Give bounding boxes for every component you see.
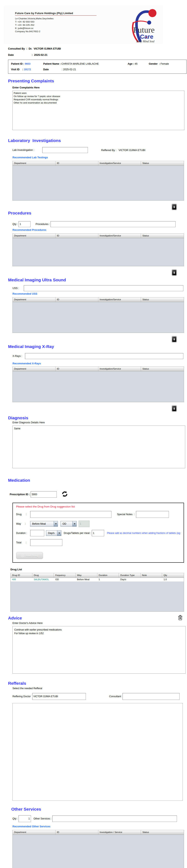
col-id: ID [55, 161, 98, 165]
total-row: Total : [16, 539, 184, 546]
referral-list-box[interactable] [12, 703, 183, 801]
recommended-lab-link: Recommended Lab Testings [12, 156, 187, 159]
consulted-by-value: Dr. VICTOR OJIMA ETUBI [29, 47, 61, 50]
other-services-body [13, 835, 184, 868]
uss-table-header: Department ID Investigation/Service Stat… [13, 298, 184, 302]
procedures-input[interactable] [50, 221, 176, 227]
xray-trash-row [0, 405, 187, 412]
meal-time-select[interactable]: Before Meal [30, 521, 58, 527]
drug-id-cell: 406 [11, 578, 32, 582]
col-duration: Duration [97, 573, 119, 578]
referring-doctor-input[interactable] [32, 693, 86, 700]
company-name: Future Care by Future Holdings (Pty) Lim… [15, 12, 97, 15]
uss-input[interactable] [24, 285, 183, 291]
advice-textarea[interactable]: Continue with earlier prescribed medicat… [12, 626, 186, 674]
patient-row-2: Visit ID : 19172 Date: 2025-02-21 [11, 68, 184, 71]
decimal-note: Please add as decimal numbers when addin… [107, 532, 181, 534]
col-service: Investigation / Service [98, 830, 141, 835]
xray-delete-button[interactable] [172, 405, 177, 412]
date-value: : 2025-02-21 [32, 53, 47, 56]
referrals-label: Select the needed Refferal [12, 687, 187, 690]
visit-date: Date: 2025-02-21 [43, 68, 76, 71]
uss-delete-button[interactable] [172, 336, 177, 343]
trash-outline-icon [178, 615, 183, 621]
frequency-value: OD [61, 521, 68, 526]
procedures-qty-input[interactable] [18, 221, 31, 227]
special-notes-input[interactable] [136, 511, 169, 518]
drug-row: Drug : Special Notes : [16, 511, 184, 518]
patient-row-1: Patient ID : 9603 Patient Name : CHRISTA… [11, 62, 184, 65]
date-row: Date : 2025-02-21 [8, 53, 187, 56]
other-qty-input[interactable] [18, 815, 31, 822]
lab-trash-row [0, 204, 187, 210]
other-services-input-row: Qty : Other Services : [12, 815, 187, 822]
drug-list-header: Drug ID Drug Fequency Way Duration Durat… [11, 573, 184, 578]
xray-table-header: Department ID Investigation/Service Stat… [13, 367, 184, 371]
xray-input[interactable] [25, 353, 183, 359]
logo-tagline: Body Mind Soul [136, 40, 154, 43]
other-qty-label: Qty : [12, 817, 18, 820]
prescription-id-input[interactable] [31, 491, 57, 498]
complaints-label: Enter Complaints Here [12, 86, 187, 89]
total-input[interactable] [30, 539, 62, 546]
company-info: Future Care by Future Holdings (Pty) Lim… [15, 12, 97, 33]
complaints-textarea[interactable]: Patient seen On follow up review for ? p… [12, 91, 184, 130]
duration-input[interactable] [30, 530, 44, 536]
consulted-by-row: Consulted By : Dr. VICTOR OJIMA ETUBI [8, 47, 187, 50]
col-status: Status [141, 830, 184, 835]
total-label: Total : [16, 541, 30, 544]
uss-label: USS : [12, 287, 24, 289]
section-title-lab: Laboratory Investigations [8, 138, 187, 143]
add-drug-button[interactable]: Add Drug [16, 552, 43, 559]
visit-id-value: 19172 [24, 68, 31, 71]
drug-list-row[interactable]: 406 SALBUTAMOL OD Before Meal 1 Day/s 1.… [11, 578, 184, 582]
trash-icon [173, 407, 176, 410]
duration-row: Duration : Day/s Drugs/Tablets per meal … [16, 530, 184, 536]
procedures-qty-label: Qty : [12, 223, 18, 225]
advice-label: Enter Doctor's Advice Here [12, 622, 187, 624]
prescription-refresh-button[interactable] [59, 488, 68, 501]
lab-delete-button[interactable] [172, 204, 177, 210]
section-title-referrals: Refferals [8, 681, 187, 686]
procedures-table: Department ID Investigation/Service Stat… [12, 234, 184, 266]
per-meal-input[interactable] [92, 530, 104, 536]
col-department: Department [13, 161, 55, 165]
col-service: Investigation/Service [98, 367, 141, 371]
trash-icon [173, 271, 176, 274]
section-title-other-services: Other Services [11, 807, 187, 812]
col-department: Department [13, 830, 55, 835]
col-id: ID [55, 298, 98, 302]
drug-qty-cell: 1.0 [162, 578, 184, 582]
consultant-input[interactable] [122, 693, 180, 700]
patient-info-box: Patient ID : 9603 Patient Name : CHRISTA… [8, 60, 187, 74]
diagnosis-textarea[interactable]: Same [12, 426, 185, 468]
prescription-id-label: Prescription ID : [10, 493, 31, 496]
procedures-delete-button[interactable] [172, 269, 177, 276]
advice-header-row: Advice [0, 615, 183, 621]
chevron-down-icon [57, 530, 61, 536]
uss-input-row: USS : [12, 285, 187, 291]
logo-heart-icon: ♥ [146, 36, 147, 39]
advice-delete-button[interactable] [178, 615, 183, 621]
procedures-trash-row [0, 269, 187, 276]
meal-time-value: Before Meal [30, 521, 47, 526]
col-qty: Qty [162, 573, 184, 578]
drug-input[interactable] [30, 511, 111, 518]
other-services-input[interactable] [52, 815, 177, 822]
patient-age-value: 45 [135, 62, 138, 65]
drug-note-cell [141, 578, 162, 582]
col-status: Status [141, 161, 184, 165]
duration-unit-value: Day/s [46, 530, 56, 536]
frequency-select[interactable]: OD [61, 521, 77, 527]
duration-label: Duration : [16, 532, 30, 534]
logo-graphic: Future Care ♥ Body Mind Soul [121, 7, 162, 43]
section-title-diagnosis: Diagnosis [8, 415, 187, 420]
col-id: ID [55, 234, 98, 238]
way-label: Way : [16, 522, 30, 525]
drug-way-cell: Before Meal [76, 578, 97, 582]
duration-unit-select[interactable]: Day/s [46, 530, 61, 536]
patient-gender-value: Female [160, 62, 169, 65]
col-duration-type: Duration Type [119, 573, 141, 578]
lab-investigation-input[interactable] [42, 147, 88, 153]
company-address: Le Chainter,Victoria,Mahe,Seychelles [15, 17, 97, 20]
